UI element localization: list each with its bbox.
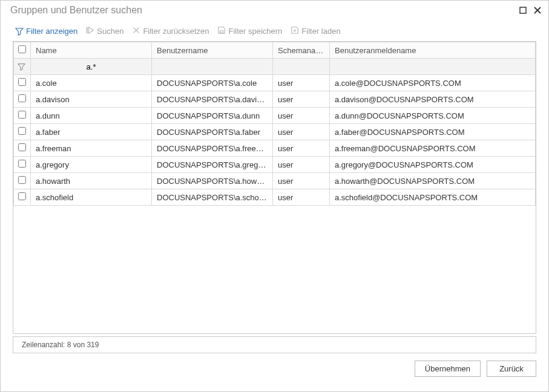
search-label: Suchen bbox=[97, 27, 123, 36]
load-filter-button[interactable]: Filter laden bbox=[291, 26, 340, 36]
row-select-cell[interactable] bbox=[14, 140, 31, 157]
window-title: Gruppen und Benutzer suchen bbox=[5, 5, 142, 16]
header-row: Name Benutzername Schemaname Benutzeranm… bbox=[14, 42, 536, 59]
cell-schema: user bbox=[273, 189, 330, 206]
filter-cell-username[interactable] bbox=[152, 59, 273, 75]
row-select-checkbox[interactable] bbox=[18, 192, 26, 200]
cell-login: a.howarth@DOCUSNAPSPORTS.COM bbox=[330, 173, 536, 189]
row-select-cell[interactable] bbox=[14, 173, 31, 189]
cell-schema: user bbox=[273, 91, 330, 108]
row-select-checkbox[interactable] bbox=[18, 94, 26, 102]
cell-username: DOCUSNAPSPORTS\a.freeman bbox=[152, 140, 273, 157]
show-filter-button[interactable]: Filter anzeigen bbox=[15, 27, 77, 36]
close-button[interactable] bbox=[531, 4, 544, 16]
cell-name: a.freeman bbox=[31, 140, 152, 157]
select-all-checkbox[interactable] bbox=[18, 45, 26, 53]
row-select-checkbox[interactable] bbox=[18, 127, 26, 135]
cell-name: a.davison bbox=[31, 91, 152, 108]
cell-username: DOCUSNAPSPORTS\a.schofield bbox=[152, 189, 273, 206]
row-select-checkbox[interactable] bbox=[18, 160, 26, 168]
load-filter-label: Filter laden bbox=[301, 27, 340, 36]
back-button[interactable]: Zurück bbox=[487, 361, 536, 377]
results-table: Name Benutzername Schemaname Benutzeranm… bbox=[13, 41, 536, 334]
filter-cell-schema[interactable] bbox=[273, 59, 330, 75]
cell-username: DOCUSNAPSPORTS\a.cole bbox=[152, 75, 273, 91]
table-row[interactable]: a.gregoryDOCUSNAPSPORTS\a.gregoryusera.g… bbox=[14, 157, 536, 173]
row-select-checkbox[interactable] bbox=[18, 111, 26, 119]
filter-row bbox=[14, 59, 536, 75]
show-filter-label: Filter anzeigen bbox=[26, 27, 77, 36]
apply-button[interactable]: Übernehmen bbox=[415, 361, 481, 377]
play-icon bbox=[86, 26, 94, 36]
col-header-username[interactable]: Benutzername bbox=[152, 42, 273, 59]
table-row[interactable]: a.coleDOCUSNAPSPORTS\a.coleusera.cole@DO… bbox=[14, 75, 536, 91]
search-button[interactable]: Suchen bbox=[86, 26, 123, 36]
cell-login: a.gregory@DOCUSNAPSPORTS.COM bbox=[330, 157, 536, 173]
cell-schema: user bbox=[273, 75, 330, 91]
filter-cell-login[interactable] bbox=[330, 59, 536, 75]
titlebar: Gruppen und Benutzer suchen bbox=[1, 1, 548, 20]
cell-name: a.howarth bbox=[31, 173, 152, 189]
filter-input-username[interactable] bbox=[156, 62, 269, 71]
cell-schema: user bbox=[273, 124, 330, 140]
col-header-schema[interactable]: Schemaname bbox=[273, 42, 330, 59]
table-row[interactable]: a.davisonDOCUSNAPSPORTS\a.davisonusera.d… bbox=[14, 91, 536, 108]
row-select-cell[interactable] bbox=[14, 91, 31, 108]
row-select-cell[interactable] bbox=[14, 157, 31, 173]
row-select-checkbox[interactable] bbox=[18, 78, 26, 86]
cell-login: a.davison@DOCUSNAPSPORTS.COM bbox=[330, 91, 536, 108]
row-select-checkbox[interactable] bbox=[18, 143, 26, 151]
filter-input-login[interactable] bbox=[334, 62, 531, 71]
save-filter-label: Filter speichern bbox=[228, 27, 282, 36]
toolbar: Filter anzeigen Suchen Filter zurücksetz… bbox=[1, 20, 548, 41]
cell-schema: user bbox=[273, 157, 330, 173]
cell-name: a.dunn bbox=[31, 108, 152, 124]
col-header-name[interactable]: Name bbox=[31, 42, 152, 59]
funnel-icon bbox=[18, 63, 27, 71]
cell-login: a.faber@DOCUSNAPSPORTS.COM bbox=[330, 124, 536, 140]
filter-indicator-cell[interactable] bbox=[14, 59, 31, 75]
reset-filter-label: Filter zurücksetzen bbox=[143, 27, 209, 36]
svg-rect-0 bbox=[520, 7, 526, 13]
select-all-cell[interactable] bbox=[14, 42, 31, 59]
status-bar: Zeilenanzahl: 8 von 319 bbox=[13, 336, 536, 353]
cell-login: a.dunn@DOCUSNAPSPORTS.COM bbox=[330, 108, 536, 124]
cell-username: DOCUSNAPSPORTS\a.gregory bbox=[152, 157, 273, 173]
table-row[interactable]: a.howarthDOCUSNAPSPORTS\a.howarthusera.h… bbox=[14, 173, 536, 189]
cell-schema: user bbox=[273, 173, 330, 189]
x-icon bbox=[132, 26, 140, 36]
row-select-cell[interactable] bbox=[14, 124, 31, 140]
svg-rect-6 bbox=[220, 31, 223, 33]
cell-username: DOCUSNAPSPORTS\a.davison bbox=[152, 91, 273, 108]
cell-name: a.cole bbox=[31, 75, 152, 91]
rowcount-label: Zeilenanzahl: 8 von 319 bbox=[22, 341, 99, 349]
table-row[interactable]: a.dunnDOCUSNAPSPORTS\a.dunnusera.dunn@DO… bbox=[14, 108, 536, 124]
cell-schema: user bbox=[273, 140, 330, 157]
load-icon bbox=[291, 26, 299, 36]
reset-filter-button[interactable]: Filter zurücksetzen bbox=[132, 26, 209, 36]
cell-name: a.gregory bbox=[31, 157, 152, 173]
table-row[interactable]: a.schofieldDOCUSNAPSPORTS\a.schofielduse… bbox=[14, 189, 536, 206]
filter-input-schema[interactable] bbox=[277, 62, 326, 71]
row-select-cell[interactable] bbox=[14, 108, 31, 124]
cell-name: a.schofield bbox=[31, 189, 152, 206]
row-select-checkbox[interactable] bbox=[18, 176, 26, 184]
table-empty-area bbox=[13, 206, 536, 333]
row-select-cell[interactable] bbox=[14, 189, 31, 206]
cell-username: DOCUSNAPSPORTS\a.howarth bbox=[152, 173, 273, 189]
filter-input-name[interactable] bbox=[35, 62, 148, 71]
col-header-login[interactable]: Benutzeranmeldename bbox=[330, 42, 536, 59]
maximize-button[interactable] bbox=[517, 4, 529, 16]
cell-schema: user bbox=[273, 108, 330, 124]
cell-username: DOCUSNAPSPORTS\a.dunn bbox=[152, 108, 273, 124]
cell-login: a.freeman@DOCUSNAPSPORTS.COM bbox=[330, 140, 536, 157]
filter-cell-name[interactable] bbox=[31, 59, 152, 75]
funnel-icon bbox=[15, 27, 24, 36]
cell-name: a.faber bbox=[31, 124, 152, 140]
cell-login: a.cole@DOCUSNAPSPORTS.COM bbox=[330, 75, 536, 91]
footer: Übernehmen Zurück bbox=[1, 353, 548, 384]
table-row[interactable]: a.freemanDOCUSNAPSPORTS\a.freemanusera.f… bbox=[14, 140, 536, 157]
save-filter-button[interactable]: Filter speichern bbox=[217, 26, 282, 36]
table-row[interactable]: a.faberDOCUSNAPSPORTS\a.faberusera.faber… bbox=[14, 124, 536, 140]
row-select-cell[interactable] bbox=[14, 75, 31, 91]
